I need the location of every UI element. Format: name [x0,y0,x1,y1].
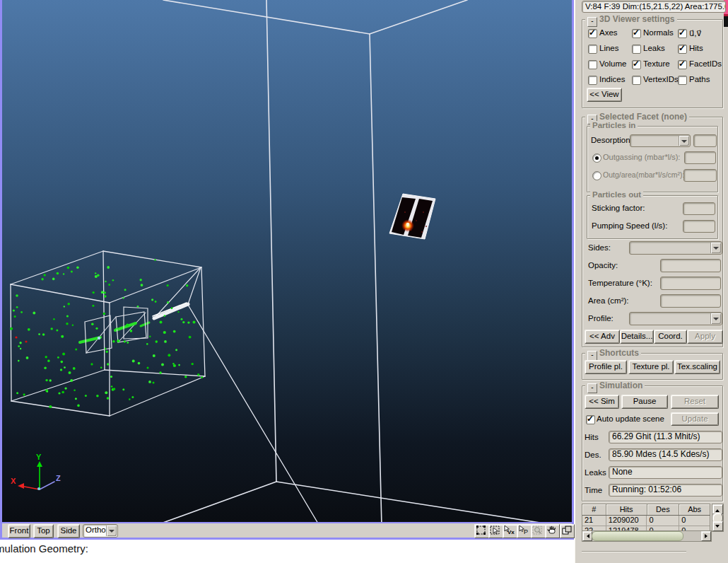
capture-button[interactable] [560,524,575,538]
texture-scaling-button[interactable]: Tex.scaling [674,360,720,374]
sticking-label: Sticking factor: [592,204,645,212]
table-vscrollbar[interactable] [712,504,724,532]
scroll-down-button[interactable] [712,521,723,531]
adv-button[interactable]: << Adv [585,330,620,344]
svg-text:Y: Y [36,453,42,461]
rubber-band-select-button[interactable] [474,524,489,538]
normals-label: Normals [643,28,674,37]
pumping-field[interactable] [683,220,715,233]
facet-select-button[interactable]: P [517,524,532,538]
volume-checkbox[interactable] [588,60,597,69]
hits-checkbox[interactable] [678,45,687,54]
sim-collapse-button[interactable]: << Sim [585,395,619,409]
selection-info-field: V:84 F:39 Dim:(15,21.5,22) Area:1775.69 [582,1,726,13]
viewport-background [2,0,572,522]
overlapping-windows-icon [560,525,573,536]
temperature-label: Temperature (°K): [588,279,652,287]
coord-button[interactable]: Coord. [654,330,687,344]
auto-update-checkbox[interactable] [586,415,595,424]
paths-checkbox[interactable] [678,76,687,85]
col-header-abs[interactable]: Abs [679,504,710,515]
uv-label: u⃗,v⃗ [689,28,701,38]
projection-combo[interactable]: Ortho. [83,524,118,538]
projection-value: Ortho. [86,526,108,534]
col-header-des[interactable]: Des [647,504,680,515]
leaks-checkbox[interactable] [632,45,641,54]
normals-checkbox[interactable] [632,29,641,38]
update-button[interactable]: Update [671,412,719,426]
viewer-settings-group: -3D Viewer settings Axes Normals u⃗,v⃗ L… [582,19,723,108]
selection-mode-button[interactable] [488,524,503,538]
leaks-value-field: None [609,466,722,479]
facetids-checkbox[interactable] [678,60,687,69]
des-row-label: Des. [585,451,601,459]
apply-button[interactable]: Apply [687,330,723,344]
col-header-hits[interactable]: Hits [606,504,647,515]
time-value-field: Running: 01:52:06 [609,484,722,497]
sticking-field[interactable] [683,202,715,215]
collapse-button[interactable]: - [587,351,597,361]
3d-canvas[interactable]: YXZ [2,0,572,522]
svg-text:P: P [524,528,528,535]
collapse-button[interactable]: - [587,17,597,27]
chevron-down-icon[interactable] [710,313,721,324]
facet-select-icon: P [517,525,529,536]
front-view-button[interactable]: Front [8,524,30,538]
cell-hits: 1209020 [606,516,647,526]
profile-combo[interactable] [629,312,722,325]
outg-area-field[interactable] [683,169,717,182]
reset-button[interactable]: Reset [671,395,719,409]
pause-button[interactable]: Pause [621,395,668,409]
axes-label: Axes [599,28,618,37]
facet-hits-table: # Hits Des Abs 21 1209020 0 0 22 1219478… [582,504,710,531]
zoom-select-button[interactable] [531,524,546,538]
uv-checkbox[interactable] [678,29,687,38]
outg-area-radio[interactable] [592,171,601,180]
chevron-down-icon[interactable] [679,136,689,146]
top-view-button[interactable]: Top [33,524,54,538]
chevron-down-icon[interactable] [710,243,721,253]
profile-plotter-button[interactable]: Profile pl. [585,360,627,374]
sides-label: Sides: [588,243,611,252]
texture-plotter-button[interactable]: Texture pl. [628,360,674,374]
side-view-button[interactable]: Side [57,524,80,538]
outgassing-radio[interactable] [592,153,601,163]
col-header-num[interactable]: # [582,504,606,515]
pumping-label: Pumping Speed (l/s): [592,221,667,230]
vertexids-label: VertexIDs [643,75,679,83]
table-row[interactable]: 21 1209020 0 0 [582,516,710,526]
desorption-label: Desorption [591,136,630,144]
axes-checkbox[interactable] [588,29,597,38]
hits-value-field: 66.29 Ghit (11.3 Mhit/s) [609,431,722,443]
lines-label: Lines [599,44,619,52]
table-hscrollbar[interactable] [582,530,712,542]
chevron-down-icon[interactable] [106,526,117,536]
particles-out-title: Particles out [590,190,643,199]
rubber-band-select-icon [475,525,487,536]
indices-checkbox[interactable] [588,76,597,85]
opacity-field[interactable] [660,259,721,272]
svg-text:X: X [11,477,16,485]
outgassing-label: Outgassing (mbar*l/s): [603,153,680,161]
simulation-title: -Simulation [585,381,645,393]
details-button[interactable]: Details... [620,330,654,344]
pan-button[interactable] [545,524,560,538]
texture-checkbox[interactable] [632,60,641,69]
vertex-select-icon: Vx [503,525,515,536]
desorption-combo[interactable] [630,134,691,147]
sides-combo[interactable] [629,241,722,255]
temperature-field[interactable] [660,277,721,290]
desorption-exponent-field[interactable] [693,134,717,147]
shortcuts-title: -Shortcuts [585,348,641,361]
area-field[interactable] [660,294,721,308]
scroll-left-button[interactable] [582,531,592,541]
opacity-label: Opacity: [588,261,618,269]
outgassing-field[interactable] [684,151,716,164]
hscroll-thumb[interactable] [592,531,683,541]
collapse-button[interactable]: - [587,383,597,393]
view-collapse-button[interactable]: << View [587,88,622,102]
lines-checkbox[interactable] [588,45,597,54]
vertex-select-button[interactable]: Vx [503,524,517,538]
vertexids-checkbox[interactable] [632,76,641,85]
scroll-right-button[interactable] [701,531,711,541]
